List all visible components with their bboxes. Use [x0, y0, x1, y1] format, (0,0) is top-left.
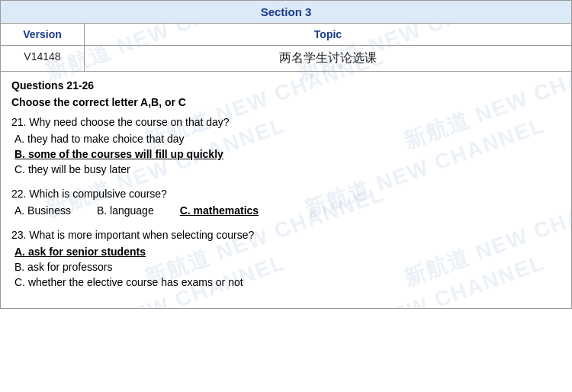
- version-value: V14148: [1, 46, 85, 71]
- question-22-text: 22. Which is compulsive course?: [11, 188, 561, 200]
- question-21-text: 21. Why need choose the course on that d…: [11, 116, 561, 128]
- question-23-block: 23. What is more important when selectin…: [11, 229, 561, 288]
- section-header: Section 3: [1, 1, 571, 24]
- topic-value: 两名学生讨论选课: [85, 46, 571, 71]
- version-header: Version: [1, 24, 85, 45]
- table-data-row: V14148 两名学生讨论选课: [1, 46, 571, 72]
- instruction: Choose the correct letter A,B, or C: [11, 96, 561, 108]
- question-22-options-row: A. Business B. language C. mathematics: [11, 204, 561, 217]
- topic-header: Topic: [85, 24, 571, 45]
- main-container: 新航道 NEW CHANNEL 新航道 NEW CHANNEL 新航道 NEW …: [0, 0, 572, 309]
- question-22-option-a: A. Business: [11, 204, 71, 217]
- question-22-option-c: C. mathematics: [177, 204, 259, 217]
- questions-range: Questions 21-26: [11, 79, 561, 92]
- content-area: Questions 21-26 Choose the correct lette…: [1, 72, 571, 308]
- question-21-option-c: C. they will be busy later: [11, 163, 561, 175]
- question-22-option-b: B. language: [94, 204, 154, 217]
- question-22-block: 22. Which is compulsive course? A. Busin…: [11, 188, 561, 217]
- question-23-text: 23. What is more important when selectin…: [11, 229, 561, 241]
- question-21-option-a: A. they had to make choice that day: [11, 133, 561, 145]
- question-23-option-c: C. whether the elective course has exams…: [11, 276, 561, 288]
- question-21-option-b: B. some of the courses will fill up quic…: [11, 148, 561, 160]
- section-title: Section 3: [261, 5, 312, 18]
- question-21-block: 21. Why need choose the course on that d…: [11, 116, 561, 175]
- table-header-row: Version Topic: [1, 24, 571, 46]
- question-23-option-a: A. ask for senior students: [11, 246, 561, 258]
- question-23-option-b: B. ask for professors: [11, 261, 561, 273]
